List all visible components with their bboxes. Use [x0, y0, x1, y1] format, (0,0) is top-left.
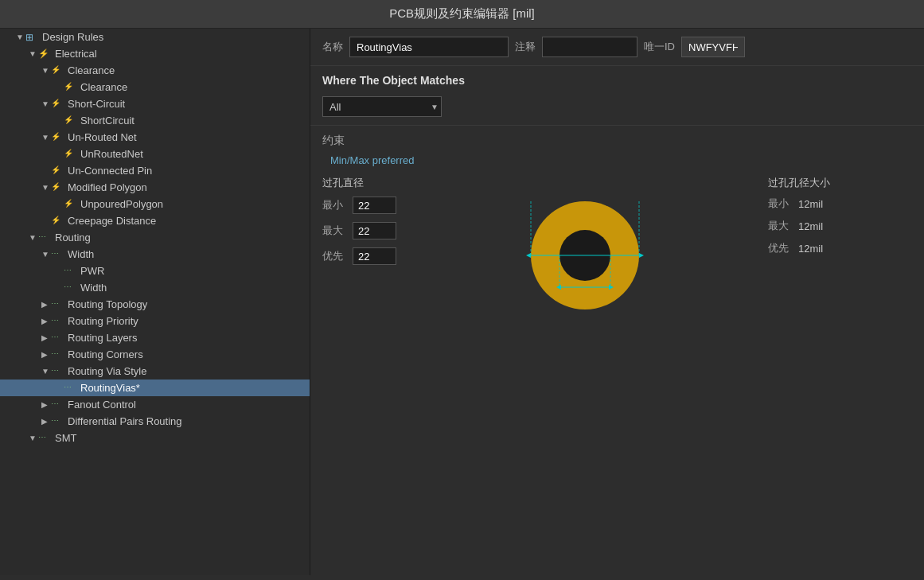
title-bar: PCB规则及约束编辑器 [mil]	[0, 0, 924, 29]
tree-item-un-routed-net-group[interactable]: ⚡ Un-Routed Net	[0, 129, 310, 146]
tree-item-un-routed-net[interactable]: ⚡ UnRoutedNet	[0, 146, 310, 162]
left-panel[interactable]: ⊞ Design Rules ⚡ Electrical ⚡ Clearance …	[0, 29, 310, 575]
arrow-clearance-group	[41, 66, 51, 75]
arrow-routing-topology	[41, 300, 51, 309]
design-rules-icon: ⊞	[25, 32, 40, 43]
width-label: Width	[80, 282, 306, 294]
arrow-routing-group	[29, 233, 38, 242]
where-section-title: Where The Object Matches	[310, 66, 924, 91]
svg-marker-2	[526, 253, 531, 258]
un-routed-net-label: UnRoutedNet	[80, 148, 306, 160]
width-group-label: Width	[68, 248, 306, 260]
routing-topology-label: Routing Topology	[68, 298, 306, 310]
un-routed-net-group-icon: ⚡	[51, 132, 65, 143]
tree-item-fanout-control[interactable]: ⋯ Fanout Control	[0, 396, 310, 413]
tree-item-routing-layers[interactable]: ⋯ Routing Layers	[0, 329, 310, 346]
via-min-row: 最小	[322, 197, 450, 214]
tree-item-electrical[interactable]: ⚡ Electrical	[0, 45, 310, 62]
tree-item-short-circuit[interactable]: ⚡ ShortCircuit	[0, 112, 310, 129]
name-input[interactable]	[349, 37, 509, 57]
routing-layers-icon: ⋯	[51, 333, 65, 344]
main-layout: ⊞ Design Rules ⚡ Electrical ⚡ Clearance …	[0, 29, 924, 575]
tree-item-routing-group[interactable]: ⋯ Routing	[0, 229, 310, 246]
via-right-controls: 过孔孔径大小 最小 12mil 最大 12mil 优先 12mil	[768, 176, 846, 263]
via-diameter-title: 过孔直径	[322, 176, 450, 190]
tree-item-routing-corners[interactable]: ⋯ Routing Corners	[0, 346, 310, 363]
tree-item-routing-priority[interactable]: ⋯ Routing Priority	[0, 313, 310, 329]
electrical-label: Electrical	[55, 48, 306, 60]
arrow-width-group	[41, 250, 51, 259]
un-routed-net-icon: ⚡	[64, 149, 78, 160]
routing-group-icon: ⋯	[38, 232, 53, 243]
hole-preferred-value: 12mil	[798, 243, 846, 255]
unpoured-polygon-label: UnpouredPolygon	[80, 198, 306, 210]
arrow-fanout-control	[41, 400, 51, 409]
arrow-design-rules	[16, 33, 25, 41]
modified-polygon-group-icon: ⚡	[51, 182, 65, 193]
tree-item-creepage-distance[interactable]: ⚡ Creepage Distance	[0, 212, 310, 229]
tree-item-unpoured-polygon[interactable]: ⚡ UnpouredPolygon	[0, 196, 310, 212]
tree-item-width[interactable]: ⋯ Width	[0, 279, 310, 296]
tree-item-width-group[interactable]: ⋯ Width	[0, 246, 310, 263]
width-icon: ⋯	[64, 282, 78, 294]
arrow-routing-via-style-group	[41, 367, 51, 376]
un-connected-pin-label: Un-Connected Pin	[68, 165, 306, 177]
tree-item-clearance-group[interactable]: ⚡ Clearance	[0, 62, 310, 79]
diff-pairs-label: Differential Pairs Routing	[68, 415, 306, 427]
tree-item-pwr[interactable]: ⋯ PWR	[0, 263, 310, 279]
tree-item-smt[interactable]: ⋯ SMT	[0, 430, 310, 446]
pwr-label: PWR	[80, 265, 306, 277]
arrow-smt	[29, 434, 38, 442]
hole-min-value: 12mil	[798, 198, 846, 210]
tree-item-un-connected-pin[interactable]: ⚡ Un-Connected Pin	[0, 162, 310, 179]
clearance-group-label: Clearance	[68, 64, 306, 76]
comment-input[interactable]	[542, 37, 637, 57]
tree-item-modified-polygon-group[interactable]: ⚡ Modified Polygon	[0, 179, 310, 196]
creepage-distance-icon: ⚡	[51, 216, 65, 227]
arrow-routing-layers	[41, 333, 51, 342]
hole-preferred-label: 优先	[768, 241, 793, 255]
tree-item-routing-via-style-group[interactable]: ⋯ Routing Via Style	[0, 363, 310, 380]
tree-item-diff-pairs[interactable]: ⋯ Differential Pairs Routing	[0, 413, 310, 430]
via-min-input[interactable]	[353, 197, 396, 214]
short-circuit-group-label: Short-Circuit	[68, 98, 306, 110]
short-circuit-label: ShortCircuit	[80, 115, 306, 127]
tree-item-clearance[interactable]: ⚡ Clearance	[0, 79, 310, 95]
routing-corners-icon: ⋯	[51, 349, 65, 360]
pwr-icon: ⋯	[64, 266, 78, 277]
arrow-un-routed-net-group	[41, 133, 51, 142]
where-dropdown-select[interactable]: All Net Net Class Layer Net and Layer	[322, 96, 442, 117]
tree-item-design-rules[interactable]: ⊞ Design Rules	[0, 29, 310, 45]
arrow-diff-pairs	[41, 417, 51, 426]
arrow-electrical	[29, 49, 38, 58]
where-dropdown-row: All Net Net Class Layer Net and Layer ▼	[322, 96, 912, 117]
diff-pairs-icon: ⋯	[51, 416, 65, 427]
constraints-section: 约束 Min/Max preferred 过孔直径 最小 最大 优	[310, 126, 924, 575]
window-title: PCB规则及约束编辑器 [mil]	[389, 6, 535, 20]
via-diagram-container: 过孔直径 最小 最大 优先	[322, 176, 912, 335]
tree-item-short-circuit-group[interactable]: ⚡ Short-Circuit	[0, 95, 310, 112]
minmax-label: Min/Max preferred	[322, 154, 912, 166]
arrow-routing-priority	[41, 317, 51, 325]
via-max-input[interactable]	[353, 222, 396, 239]
constraints-title: 约束	[322, 134, 912, 148]
arrow-routing-corners	[41, 350, 51, 359]
via-max-label: 最大	[322, 224, 348, 238]
svg-marker-5	[639, 253, 644, 258]
comment-field-label: 注释	[515, 40, 536, 54]
via-max-row: 最大	[322, 222, 450, 239]
tree-item-routing-topology[interactable]: ⋯ Routing Topology	[0, 296, 310, 313]
hole-size-title: 过孔孔径大小	[768, 176, 846, 190]
design-rules-label: Design Rules	[42, 31, 306, 43]
via-preferred-label: 优先	[322, 249, 348, 263]
short-circuit-group-icon: ⚡	[51, 99, 65, 110]
arrow-modified-polygon-group	[41, 183, 51, 192]
tree-item-routing-vias[interactable]: ⋯ RoutingVias*	[0, 380, 310, 396]
via-preferred-input[interactable]	[353, 247, 396, 265]
clearance-icon: ⚡	[64, 82, 78, 93]
form-header: 名称 注释 唯一ID	[310, 29, 924, 66]
uid-input[interactable]	[681, 37, 745, 57]
where-section: All Net Net Class Layer Net and Layer ▼	[310, 91, 924, 126]
un-routed-net-group-label: Un-Routed Net	[68, 131, 306, 143]
routing-vias-icon: ⋯	[64, 383, 78, 394]
